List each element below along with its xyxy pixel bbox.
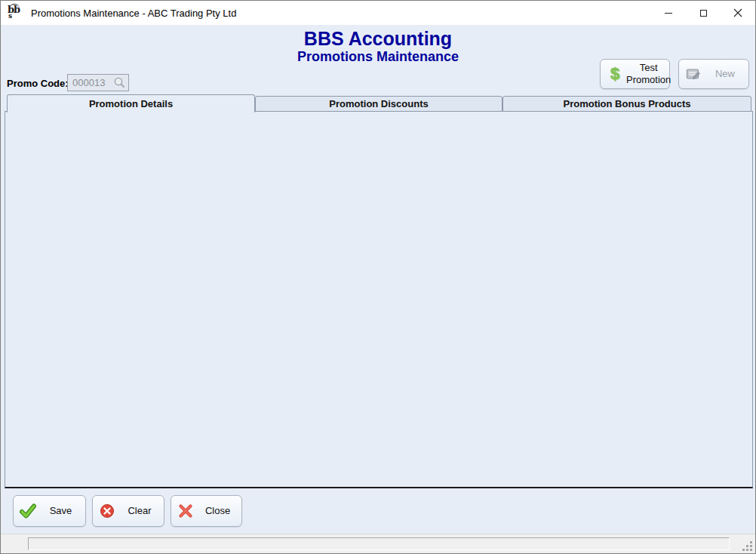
tab-promotion-bonus-products[interactable]: Promotion Bonus Products [502, 96, 751, 112]
tab-promotion-discounts[interactable]: Promotion Discounts [255, 96, 502, 112]
promotions-maintenance-window: bb s Promotions Maintenance - ABC Tradin… [0, 0, 756, 554]
close-button[interactable] [721, 1, 755, 25]
new-button: New [678, 59, 749, 89]
promo-code-label: Promo Code: [7, 78, 69, 89]
title-bar[interactable]: bb s Promotions Maintenance - ABC Tradin… [1, 1, 755, 25]
minimize-icon [665, 13, 672, 14]
status-message-panel [28, 537, 730, 550]
window-title: Promotions Maintenance - ABC Trading Pty… [31, 8, 236, 19]
maximize-icon [700, 10, 707, 17]
promotion-details-panel [5, 111, 753, 488]
minimize-button[interactable] [651, 1, 686, 25]
close-icon [733, 8, 742, 17]
close-window-button[interactable]: Close [171, 495, 242, 527]
test-promotion-button[interactable]: $ Test Promotion [600, 59, 670, 89]
close-x-icon [177, 503, 194, 519]
save-button[interactable]: Save [13, 495, 86, 527]
save-check-icon [20, 503, 36, 519]
clear-button[interactable]: Clear [92, 495, 164, 527]
promo-code-field: 000013 [67, 74, 129, 91]
resize-grip[interactable] [743, 542, 752, 551]
new-record-icon [685, 67, 702, 81]
promo-code-lookup-icon [113, 76, 126, 89]
app-title: BBS Accounting [1, 28, 755, 50]
promo-code-value: 000013 [68, 77, 113, 88]
maximize-button[interactable] [686, 1, 721, 25]
app-logo-icon: bb s [8, 5, 24, 20]
status-bar [1, 534, 755, 553]
dollar-icon: $ [607, 64, 623, 84]
tab-promotion-details[interactable]: Promotion Details [7, 94, 255, 112]
clear-icon [99, 503, 115, 519]
